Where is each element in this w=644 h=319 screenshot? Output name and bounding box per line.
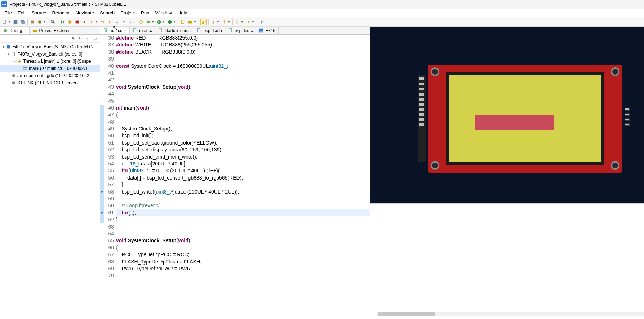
new-folder-dropdown[interactable]: ▾ bbox=[194, 20, 197, 23]
code-content[interactable]: #define RED RGB888(255,0,0)#define WHITE… bbox=[116, 35, 370, 319]
step-into-button[interactable] bbox=[88, 19, 95, 25]
twisty-icon[interactable]: ▾ bbox=[6, 52, 11, 56]
build-dropdown[interactable]: ▾ bbox=[44, 20, 46, 23]
menu-refactor[interactable]: Refactor bbox=[49, 9, 73, 16]
pin-button[interactable] bbox=[258, 19, 265, 25]
run-dropdown[interactable]: ▾ bbox=[163, 20, 166, 23]
horizontal-scrollbar[interactable] bbox=[377, 312, 644, 316]
menu-project[interactable]: Project bbox=[117, 9, 138, 16]
editor-tab-label: bsp_lcd.h bbox=[203, 28, 222, 33]
back-button[interactable] bbox=[234, 19, 241, 25]
debug-button[interactable] bbox=[145, 19, 151, 25]
build-config-button[interactable] bbox=[36, 19, 43, 25]
forward-button[interactable] bbox=[245, 19, 252, 25]
prev-annotation-button[interactable] bbox=[221, 19, 227, 25]
editor-panel: c main.c ✕ main.c startup_stm... bsp_lcd… bbox=[100, 27, 370, 319]
scrollbar-thumb[interactable] bbox=[378, 312, 435, 316]
menu-file[interactable]: File bbox=[1, 9, 15, 16]
new-button[interactable] bbox=[1, 19, 8, 25]
step-filter-button[interactable] bbox=[121, 19, 127, 25]
collapse-all-icon[interactable]: ⇱ bbox=[70, 36, 76, 41]
tree-row-thread[interactable]: ▾ Thread #1 [main] 1 [core: 0] (Suspe bbox=[0, 58, 100, 65]
editor-tab-label: main.c bbox=[139, 28, 152, 33]
editor-tab-f746[interactable]: MX F746 bbox=[256, 27, 278, 34]
bug-icon bbox=[3, 28, 8, 33]
debug-tree[interactable]: ▾ F407x_Vibgyor_Bars [STM32 Cortex-M C/ … bbox=[0, 43, 100, 319]
disconnect-button[interactable] bbox=[81, 19, 88, 25]
run-last-dropdown[interactable]: ▾ bbox=[174, 20, 177, 23]
prev-annotation-dropdown[interactable]: ▾ bbox=[228, 20, 231, 23]
left-view-tabs: Debug ✕ Project Explorer bbox=[0, 27, 100, 35]
instruction-step-button[interactable]: i→ bbox=[114, 19, 120, 25]
toggle-highlight-button[interactable] bbox=[200, 19, 207, 25]
restart-button[interactable] bbox=[138, 19, 144, 25]
menu-search[interactable]: Search bbox=[97, 9, 117, 16]
menu-help[interactable]: Help bbox=[175, 9, 190, 16]
tree-label: arm-none-eabi-gdb (10.2.90.2021062 bbox=[17, 73, 89, 78]
link-editor-icon[interactable]: ⇆ bbox=[77, 36, 83, 41]
svg-point-28 bbox=[12, 74, 15, 77]
close-icon[interactable]: ✕ bbox=[23, 28, 26, 32]
drop-frame-button[interactable] bbox=[128, 19, 134, 25]
debug-dropdown[interactable]: ▾ bbox=[152, 20, 155, 23]
svg-marker-8 bbox=[63, 20, 65, 23]
chip-icon bbox=[6, 44, 12, 50]
lcd-red-rect bbox=[475, 115, 554, 130]
svg-point-22 bbox=[4, 29, 7, 32]
menu-edit[interactable]: Edit bbox=[15, 9, 28, 16]
svg-rect-24 bbox=[7, 45, 10, 49]
forward-dropdown[interactable]: ▾ bbox=[252, 20, 255, 23]
menu-source[interactable]: Source bbox=[28, 9, 49, 16]
run-button[interactable] bbox=[156, 19, 162, 25]
editor-tab-main-c-1[interactable]: c main.c ✕ bbox=[100, 27, 130, 34]
save-all-button[interactable] bbox=[19, 19, 26, 25]
view-menu-icon[interactable]: ⋮ bbox=[85, 36, 90, 41]
resume-button[interactable] bbox=[59, 19, 66, 25]
svg-text:i→: i→ bbox=[115, 20, 119, 24]
step-over-button[interactable] bbox=[99, 19, 106, 25]
tree-row-stlink[interactable]: ST-LINK (ST-LINK GDB server) bbox=[0, 79, 100, 87]
twisty-icon[interactable]: ▾ bbox=[12, 59, 17, 63]
suspend-button[interactable] bbox=[67, 19, 73, 25]
title-bar: IDE Projects - F407x_Vibgyor_Bars/Src/ma… bbox=[0, 0, 644, 9]
next-annotation-button[interactable] bbox=[210, 19, 217, 25]
h-file-icon bbox=[197, 28, 202, 33]
menu-window[interactable]: Window bbox=[152, 9, 175, 16]
menu-run[interactable]: Run bbox=[138, 9, 152, 16]
tab-project-explorer[interactable]: Project Explorer bbox=[30, 27, 73, 34]
tree-row-elf[interactable]: ▾ F407x_Vibgyor_Bars.elf [cores: 0] bbox=[0, 50, 100, 58]
search-button[interactable] bbox=[50, 19, 56, 25]
step-into-dropdown[interactable]: ▾ bbox=[96, 20, 98, 23]
lcd-display bbox=[449, 75, 601, 162]
build-button[interactable] bbox=[29, 19, 36, 25]
tree-row-gdb[interactable]: arm-none-eabi-gdb (10.2.90.2021062 bbox=[0, 72, 100, 79]
hardware-photo bbox=[370, 27, 644, 203]
editor-tab-bsp-lcd-c[interactable]: bsp_lcd.c bbox=[225, 27, 256, 34]
minimize-icon[interactable]: ▭ bbox=[92, 36, 98, 41]
twisty-icon[interactable]: ▾ bbox=[1, 45, 6, 49]
new-folder-button[interactable] bbox=[187, 19, 194, 25]
editor-tab-startup[interactable]: startup_stm... bbox=[155, 27, 194, 34]
svg-rect-7 bbox=[61, 20, 62, 23]
terminate-button[interactable] bbox=[74, 19, 80, 25]
new-cpp-button[interactable] bbox=[180, 19, 186, 25]
run-last-button[interactable] bbox=[166, 19, 173, 25]
tree-row-frame[interactable]: main() at main.c:61 0x8000278 bbox=[0, 65, 100, 72]
tab-debug[interactable]: Debug ✕ bbox=[0, 27, 30, 34]
editor-tab-bsp-lcd-h[interactable]: bsp_lcd.h bbox=[194, 27, 225, 34]
editor-tab-main-c-2[interactable]: main.c bbox=[130, 27, 155, 34]
stackframe-icon bbox=[22, 66, 28, 71]
next-annotation-dropdown[interactable]: ▾ bbox=[217, 20, 220, 23]
code-editor[interactable]: 3637383940414243444546474849505152535455… bbox=[100, 35, 370, 319]
editor-left-margin[interactable] bbox=[100, 35, 104, 319]
tree-row-project[interactable]: ▾ F407x_Vibgyor_Bars [STM32 Cortex-M C/ bbox=[0, 43, 100, 50]
step-return-button[interactable] bbox=[106, 19, 113, 25]
save-button[interactable] bbox=[12, 19, 19, 25]
back-dropdown[interactable]: ▾ bbox=[241, 20, 244, 23]
close-icon[interactable]: ✕ bbox=[124, 28, 126, 32]
svg-rect-27 bbox=[23, 69, 27, 70]
window-title: Projects - F407x_Vibgyor_Bars/Src/main.c… bbox=[9, 2, 126, 7]
new-dropdown[interactable]: ▾ bbox=[9, 20, 12, 23]
process-icon bbox=[11, 73, 17, 79]
menu-navigate[interactable]: Navigate bbox=[73, 9, 97, 16]
